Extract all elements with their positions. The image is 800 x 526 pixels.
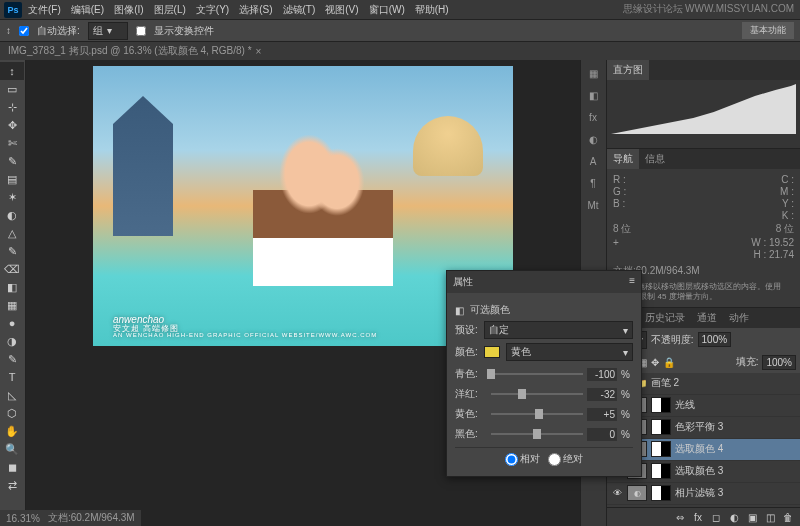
character-icon[interactable]: A bbox=[583, 152, 603, 170]
zoom-level[interactable]: 16.31% bbox=[6, 513, 40, 524]
show-transform-checkbox[interactable] bbox=[136, 26, 146, 36]
menu-image[interactable]: 图像(I) bbox=[110, 1, 147, 19]
visibility-icon[interactable]: 👁 bbox=[611, 487, 623, 499]
workspace-switcher[interactable]: 基本功能 bbox=[742, 22, 794, 39]
tool-6[interactable]: ▤ bbox=[0, 170, 24, 188]
tool-8[interactable]: ◐ bbox=[0, 206, 24, 224]
menu-window[interactable]: 窗口(W) bbox=[365, 1, 409, 19]
color-swatch bbox=[484, 346, 500, 358]
menu-view[interactable]: 视图(V) bbox=[321, 1, 362, 19]
slider-track[interactable] bbox=[491, 393, 583, 395]
layer-name: 光线 bbox=[675, 398, 695, 412]
tool-4[interactable]: ✄ bbox=[0, 134, 24, 152]
layer-fx-icon[interactable]: fx bbox=[690, 510, 706, 524]
layer-row[interactable]: 👁◐相片滤镜 3 bbox=[607, 483, 800, 505]
fill-input[interactable]: 100% bbox=[762, 355, 796, 370]
tab-info[interactable]: 信息 bbox=[639, 149, 671, 169]
close-tab-icon[interactable]: × bbox=[256, 46, 262, 57]
menu-help[interactable]: 帮助(H) bbox=[411, 1, 453, 19]
layer-name: 色彩平衡 3 bbox=[675, 420, 723, 434]
auto-select-dropdown[interactable]: 组▾ bbox=[88, 22, 128, 40]
slider-track[interactable] bbox=[491, 413, 583, 415]
tool-21[interactable]: 🔍 bbox=[0, 440, 24, 458]
slider-row: 黑色:0% bbox=[455, 427, 633, 441]
tool-23[interactable]: ⇄ bbox=[0, 476, 24, 494]
document-tabs: IMG_3783_1 拷贝.psd @ 16.3% (选取颜色 4, RGB/8… bbox=[0, 42, 800, 60]
auto-select-checkbox[interactable] bbox=[19, 26, 29, 36]
lock-position-icon[interactable]: ✥ bbox=[651, 357, 659, 368]
opacity-input[interactable]: 100% bbox=[698, 332, 732, 347]
options-bar: ↕ 自动选择: 组▾ 显示变换控件 bbox=[0, 20, 800, 42]
tool-5[interactable]: ✎ bbox=[0, 152, 24, 170]
link-layers-icon[interactable]: ⇔ bbox=[672, 510, 688, 524]
slider-row: 青色:-100% bbox=[455, 367, 633, 381]
tool-18[interactable]: ◺ bbox=[0, 386, 24, 404]
histogram-panel bbox=[607, 80, 800, 148]
show-transform-label: 显示变换控件 bbox=[154, 24, 214, 38]
menu-select[interactable]: 选择(S) bbox=[235, 1, 276, 19]
tab-history[interactable]: 历史记录 bbox=[639, 308, 691, 328]
tab-actions[interactable]: 动作 bbox=[723, 308, 755, 328]
slider-value[interactable]: 0 bbox=[587, 428, 617, 441]
tool-12[interactable]: ◧ bbox=[0, 278, 24, 296]
mask-thumb[interactable] bbox=[651, 397, 671, 413]
delete-layer-icon[interactable]: 🗑 bbox=[780, 510, 796, 524]
tool-11[interactable]: ⌫ bbox=[0, 260, 24, 278]
tool-17[interactable]: T bbox=[0, 368, 24, 386]
document-tab[interactable]: IMG_3783_1 拷贝.psd @ 16.3% (选取颜色 4, RGB/8… bbox=[8, 44, 261, 58]
doc-size: 文档:60.2M/964.3M bbox=[48, 511, 135, 525]
preset-dropdown[interactable]: 自定▾ bbox=[484, 321, 633, 339]
tab-channels[interactable]: 通道 bbox=[691, 308, 723, 328]
menu-layer[interactable]: 图层(L) bbox=[150, 1, 190, 19]
menu-edit[interactable]: 编辑(E) bbox=[67, 1, 108, 19]
mask-thumb[interactable] bbox=[651, 485, 671, 501]
mask-thumb[interactable] bbox=[651, 441, 671, 457]
menu-file[interactable]: 文件(F) bbox=[24, 1, 65, 19]
layer-thumb[interactable]: ◐ bbox=[627, 485, 647, 501]
styles-icon[interactable]: fx bbox=[583, 108, 603, 126]
tool-1[interactable]: ▭ bbox=[0, 80, 24, 98]
mask-thumb[interactable] bbox=[651, 419, 671, 435]
auto-select-label: 自动选择: bbox=[37, 24, 80, 38]
tool-20[interactable]: ✋ bbox=[0, 422, 24, 440]
layer-name: 选取颜色 4 bbox=[675, 442, 723, 456]
layer-group-icon[interactable]: ▣ bbox=[744, 510, 760, 524]
slider-track[interactable] bbox=[491, 433, 583, 435]
tool-0[interactable]: ↕ bbox=[0, 62, 24, 80]
paragraph-icon[interactable]: ¶ bbox=[583, 174, 603, 192]
tool-19[interactable]: ⬡ bbox=[0, 404, 24, 422]
tool-3[interactable]: ✥ bbox=[0, 116, 24, 134]
absolute-radio[interactable]: 绝对 bbox=[548, 452, 583, 466]
measure-icon[interactable]: Mt bbox=[583, 196, 603, 214]
panel-menu-icon[interactable]: ≡ bbox=[629, 275, 635, 289]
tool-7[interactable]: ✶ bbox=[0, 188, 24, 206]
slider-value[interactable]: -100 bbox=[587, 368, 617, 381]
color-icon[interactable]: ◧ bbox=[583, 86, 603, 104]
slider-value[interactable]: +5 bbox=[587, 408, 617, 421]
tool-16[interactable]: ✎ bbox=[0, 350, 24, 368]
tool-14[interactable]: ● bbox=[0, 314, 24, 332]
tool-2[interactable]: ⊹ bbox=[0, 98, 24, 116]
tab-histogram[interactable]: 直方图 bbox=[607, 60, 649, 80]
new-layer-icon[interactable]: ◫ bbox=[762, 510, 778, 524]
swatches-icon[interactable]: ▦ bbox=[583, 64, 603, 82]
colors-dropdown[interactable]: 黄色▾ bbox=[506, 343, 633, 361]
tool-9[interactable]: △ bbox=[0, 224, 24, 242]
site-watermark: 思缘设计论坛 WWW.MISSYUAN.COM bbox=[623, 2, 794, 16]
mask-thumb[interactable] bbox=[651, 463, 671, 479]
slider-value[interactable]: -32 bbox=[587, 388, 617, 401]
tab-nav[interactable]: 导航 bbox=[607, 149, 639, 169]
tool-15[interactable]: ◑ bbox=[0, 332, 24, 350]
slider-track[interactable] bbox=[491, 373, 583, 375]
tool-22[interactable]: ◼ bbox=[0, 458, 24, 476]
adjustments-icon[interactable]: ◐ bbox=[583, 130, 603, 148]
adjustment-layer-icon[interactable]: ◐ bbox=[726, 510, 742, 524]
menu-filter[interactable]: 滤镜(T) bbox=[279, 1, 320, 19]
relative-radio[interactable]: 相对 bbox=[505, 452, 540, 466]
menu-type[interactable]: 文字(Y) bbox=[192, 1, 233, 19]
image-watermark: anwenchao 安文超 高端修图 AN WENCHAO HIGH-END G… bbox=[113, 314, 377, 338]
lock-all-icon[interactable]: 🔒 bbox=[663, 357, 675, 368]
tool-13[interactable]: ▦ bbox=[0, 296, 24, 314]
layer-mask-icon[interactable]: ◻ bbox=[708, 510, 724, 524]
tool-10[interactable]: ✎ bbox=[0, 242, 24, 260]
